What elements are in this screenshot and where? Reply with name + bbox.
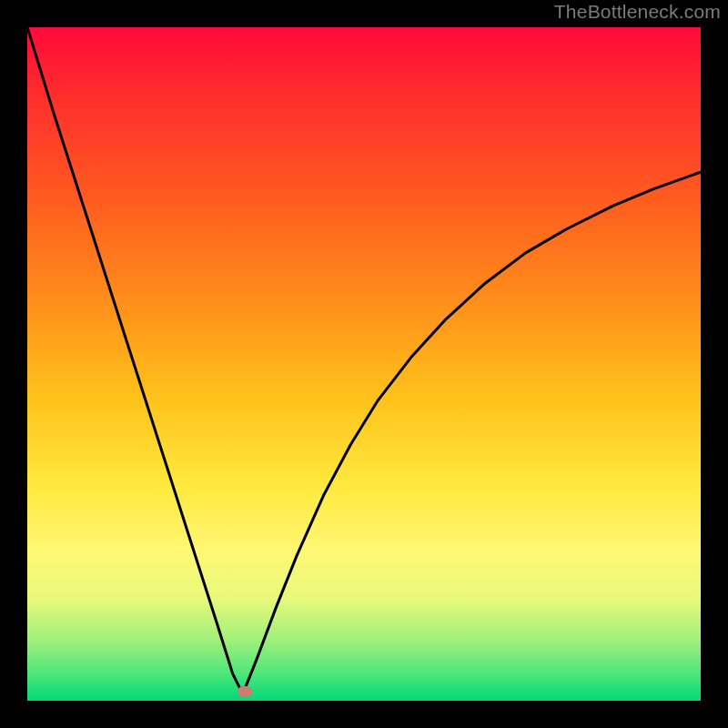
watermark-label: TheBottleneck.com xyxy=(554,1,721,23)
bottleneck-curve xyxy=(27,27,701,701)
plot-area xyxy=(27,27,701,701)
optimum-marker xyxy=(238,686,252,697)
chart-frame: TheBottleneck.com xyxy=(0,0,728,728)
